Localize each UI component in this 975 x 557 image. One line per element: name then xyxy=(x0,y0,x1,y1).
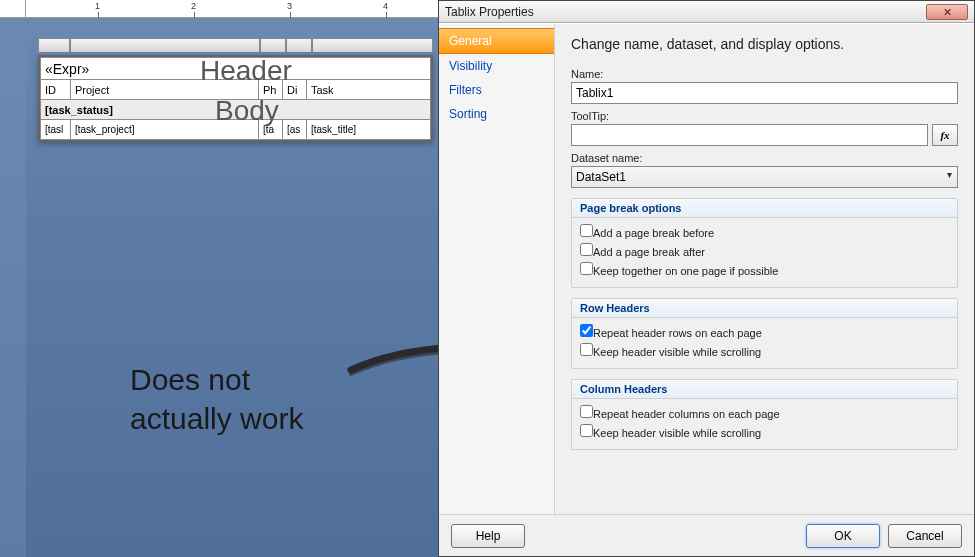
rh-scroll-label: Keep header visible while scrolling xyxy=(593,346,761,358)
pb-keep-checkbox[interactable] xyxy=(580,262,593,275)
pb-keep-label: Keep together on one page if possible xyxy=(593,265,778,277)
page-break-group: Page break options Add a page break befo… xyxy=(571,198,958,288)
body-cell-ph[interactable]: [ta xyxy=(259,120,283,140)
cancel-button[interactable]: Cancel xyxy=(888,524,962,548)
ok-button[interactable]: OK xyxy=(806,524,880,548)
rh-repeat-checkbox[interactable] xyxy=(580,324,593,337)
help-button[interactable]: Help xyxy=(451,524,525,548)
header-cell-id[interactable]: ID xyxy=(41,80,71,100)
pb-before-checkbox[interactable] xyxy=(580,224,593,237)
group-cell-status[interactable]: [task_status] xyxy=(41,100,431,120)
annotation-line2: actually work xyxy=(130,399,303,438)
nav-sorting[interactable]: Sorting xyxy=(439,102,554,126)
ruler-tick-3: 3 xyxy=(287,1,292,11)
dialog-title-text: Tablix Properties xyxy=(445,5,534,19)
name-input[interactable] xyxy=(571,82,958,104)
header-cell-project[interactable]: Project xyxy=(71,80,259,100)
rh-scroll-checkbox[interactable] xyxy=(580,343,593,356)
pb-after-checkbox[interactable] xyxy=(580,243,593,256)
pb-after-label: Add a page break after xyxy=(593,246,705,258)
ruler-tick-1: 1 xyxy=(95,1,100,11)
tooltip-expression-button[interactable]: fx xyxy=(932,124,958,146)
row-headers-group: Row Headers Repeat header rows on each p… xyxy=(571,298,958,369)
dataset-label: Dataset name: xyxy=(571,152,958,164)
vertical-ruler xyxy=(0,18,26,557)
tablix-control[interactable]: «Expr» ID Project Ph Di Task [task_statu… xyxy=(38,55,433,142)
ruler-tick-2: 2 xyxy=(191,1,196,11)
dialog-footer: Help OK Cancel xyxy=(439,514,974,556)
dialog-heading: Change name, dataset, and display option… xyxy=(571,36,958,52)
header-cell-ph[interactable]: Ph xyxy=(259,80,283,100)
header-cell-task[interactable]: Task xyxy=(307,80,431,100)
tablix-title-cell[interactable]: «Expr» xyxy=(41,58,431,80)
row-headers-group-title: Row Headers xyxy=(572,299,957,318)
rh-repeat-label: Repeat header rows on each page xyxy=(593,327,762,339)
ruler-corner xyxy=(0,0,26,18)
body-cell-id[interactable]: [tasl xyxy=(41,120,71,140)
pb-before-label: Add a page break before xyxy=(593,227,714,239)
body-cell-di[interactable]: [as xyxy=(283,120,307,140)
ch-repeat-checkbox[interactable] xyxy=(580,405,593,418)
dialog-titlebar[interactable]: Tablix Properties ✕ xyxy=(439,1,974,23)
body-cell-task[interactable]: [task_title] xyxy=(307,120,431,140)
ruler-tick-4: 4 xyxy=(383,1,388,11)
column-headers-group: Column Headers Repeat header columns on … xyxy=(571,379,958,450)
name-label: Name: xyxy=(571,68,958,80)
body-cell-project[interactable]: [task_project] xyxy=(71,120,259,140)
tablix-column-handles[interactable] xyxy=(38,38,433,52)
ch-scroll-checkbox[interactable] xyxy=(580,424,593,437)
dialog-nav: General Visibility Filters Sorting xyxy=(439,24,555,514)
nav-visibility[interactable]: Visibility xyxy=(439,54,554,78)
close-button[interactable]: ✕ xyxy=(926,4,968,20)
tooltip-label: ToolTip: xyxy=(571,110,958,122)
column-headers-group-title: Column Headers xyxy=(572,380,957,399)
report-designer-surface: 1 2 3 4 «Expr» ID Project Ph Di Task [ta… xyxy=(0,0,438,557)
nav-general[interactable]: General xyxy=(439,28,554,54)
nav-filters[interactable]: Filters xyxy=(439,78,554,102)
dialog-content: Change name, dataset, and display option… xyxy=(555,24,974,514)
tooltip-input[interactable] xyxy=(571,124,928,146)
horizontal-ruler: 1 2 3 4 xyxy=(26,0,438,18)
annotation-main: Does not actually work xyxy=(130,360,303,438)
tablix-properties-dialog: Tablix Properties ✕ General Visibility F… xyxy=(438,0,975,557)
header-cell-di[interactable]: Di xyxy=(283,80,307,100)
page-break-group-title: Page break options xyxy=(572,199,957,218)
dataset-select[interactable]: DataSet1 xyxy=(571,166,958,188)
ch-repeat-label: Repeat header columns on each page xyxy=(593,408,780,420)
annotation-line1: Does not xyxy=(130,360,303,399)
ch-scroll-label: Keep header visible while scrolling xyxy=(593,427,761,439)
